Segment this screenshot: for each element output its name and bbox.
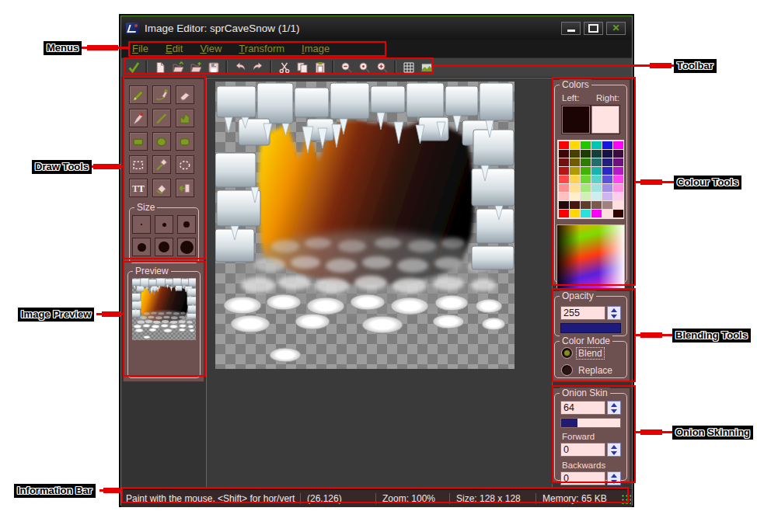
menu-view[interactable]: View <box>200 43 222 54</box>
gradient-color-picker[interactable] <box>556 224 625 290</box>
color-mode-blend[interactable]: Blend <box>561 347 626 359</box>
color-mode-replace[interactable]: Replace <box>561 364 626 376</box>
onion-skin-spinner[interactable] <box>607 401 621 415</box>
right-color-swatch[interactable] <box>591 105 620 134</box>
rectangle-tool-button[interactable] <box>129 132 148 151</box>
paste-icon[interactable] <box>312 60 328 75</box>
spin-down-icon[interactable] <box>608 313 620 319</box>
color-picker-tool-button[interactable] <box>152 155 171 174</box>
palette-swatch-12[interactable] <box>559 158 569 166</box>
palette-swatch-17[interactable] <box>613 158 623 166</box>
open-file-icon[interactable] <box>169 60 186 75</box>
paintbrush-tool-button[interactable] <box>152 85 171 104</box>
palette-swatch-50[interactable] <box>581 210 591 217</box>
ellipse-select-tool-button[interactable] <box>176 155 194 174</box>
palette-swatch-20[interactable] <box>581 167 591 175</box>
ellipse-tool-button[interactable] <box>152 132 171 151</box>
zoom-out-icon[interactable] <box>338 60 354 75</box>
palette-swatch-10[interactable] <box>602 150 612 158</box>
title-bar[interactable]: Image Editor: sprCaveSnow (1/1) ✕ <box>121 16 632 40</box>
palette-swatch-53[interactable] <box>613 210 623 217</box>
palette-swatch-9[interactable] <box>591 150 602 158</box>
palette-swatch-8[interactable] <box>581 150 591 158</box>
undo-icon[interactable] <box>232 60 248 75</box>
palette-swatch-0[interactable] <box>559 141 569 149</box>
cut-icon[interactable] <box>276 60 292 75</box>
palette-swatch-40[interactable] <box>602 193 612 200</box>
brush-size-8-button[interactable] <box>177 215 196 234</box>
redo-icon[interactable] <box>249 60 266 75</box>
zoom-actual-icon[interactable] <box>356 60 372 75</box>
palette-swatch-37[interactable] <box>570 193 580 200</box>
brush-size-11-button[interactable] <box>132 238 151 256</box>
rounded-rectangle-tool-button[interactable] <box>176 132 194 151</box>
brush-size-2-button[interactable] <box>132 215 151 234</box>
grid-icon[interactable] <box>400 60 417 75</box>
left-color-swatch[interactable] <box>561 105 591 134</box>
palette-swatch-48[interactable] <box>559 210 569 217</box>
menu-file[interactable]: File <box>132 43 148 54</box>
backwards-spinner[interactable] <box>607 471 621 485</box>
palette-swatch-31[interactable] <box>570 184 580 192</box>
new-file-icon[interactable] <box>152 60 168 75</box>
save-icon[interactable] <box>205 60 222 75</box>
palette-swatch-22[interactable] <box>602 167 612 175</box>
minimize-button[interactable] <box>561 22 581 35</box>
copy-icon[interactable] <box>294 60 310 75</box>
text-tool-button[interactable]: TT <box>129 179 148 197</box>
polygon-tool-button[interactable] <box>176 109 194 127</box>
palette-swatch-35[interactable] <box>613 184 623 192</box>
palette-swatch-3[interactable] <box>591 141 602 149</box>
pencil-tool-button[interactable] <box>129 85 148 104</box>
opacity-spinner[interactable] <box>607 306 621 320</box>
palette-swatch-28[interactable] <box>602 176 612 183</box>
brush-size-17-button[interactable] <box>177 238 196 256</box>
palette-swatch-36[interactable] <box>559 193 569 200</box>
save-as-icon[interactable] <box>187 60 204 75</box>
palette-swatch-24[interactable] <box>559 176 569 183</box>
palette-swatch-49[interactable] <box>570 210 580 217</box>
color-palette[interactable] <box>557 140 624 219</box>
palette-swatch-16[interactable] <box>602 158 612 166</box>
palette-swatch-52[interactable] <box>602 210 612 217</box>
close-button[interactable]: ✕ <box>606 22 626 35</box>
brush-size-5-button[interactable] <box>155 215 173 234</box>
palette-swatch-15[interactable] <box>591 158 602 166</box>
flip-tool-button[interactable] <box>176 179 194 197</box>
palette-swatch-47[interactable] <box>613 201 623 209</box>
palette-swatch-32[interactable] <box>581 184 591 192</box>
palette-swatch-42[interactable] <box>559 201 569 209</box>
onion-skin-input[interactable] <box>560 401 605 415</box>
spin-up-icon[interactable] <box>608 307 620 313</box>
palette-swatch-33[interactable] <box>591 184 602 192</box>
palette-swatch-38[interactable] <box>581 193 591 200</box>
palette-swatch-21[interactable] <box>591 167 602 175</box>
palette-swatch-4[interactable] <box>602 141 612 149</box>
zoom-in-icon[interactable] <box>374 60 390 75</box>
menu-image[interactable]: Image <box>302 43 330 54</box>
eraser-tool-button[interactable] <box>176 85 194 104</box>
fill-tool-button[interactable] <box>152 179 171 197</box>
menu-transform[interactable]: Transform <box>239 43 284 54</box>
palette-swatch-27[interactable] <box>591 176 602 183</box>
palette-swatch-13[interactable] <box>570 158 580 166</box>
palette-swatch-26[interactable] <box>581 176 591 183</box>
maximize-button[interactable] <box>584 22 603 35</box>
palette-swatch-14[interactable] <box>581 158 591 166</box>
background-icon[interactable] <box>418 60 434 75</box>
forward-input[interactable] <box>560 443 605 457</box>
palette-swatch-2[interactable] <box>581 141 591 149</box>
radio-icon[interactable] <box>561 364 573 376</box>
menu-edit[interactable]: Edit <box>166 43 183 54</box>
palette-swatch-43[interactable] <box>570 201 580 209</box>
palette-swatch-7[interactable] <box>570 150 580 158</box>
palette-swatch-6[interactable] <box>559 150 569 158</box>
palette-swatch-39[interactable] <box>591 193 602 200</box>
radio-icon[interactable] <box>561 347 573 359</box>
palette-swatch-51[interactable] <box>591 210 602 217</box>
canvas-area[interactable] <box>206 78 553 488</box>
palette-swatch-41[interactable] <box>613 193 623 200</box>
apply-icon[interactable] <box>125 60 141 75</box>
palette-swatch-23[interactable] <box>613 167 623 175</box>
resize-grip[interactable] <box>620 493 631 504</box>
